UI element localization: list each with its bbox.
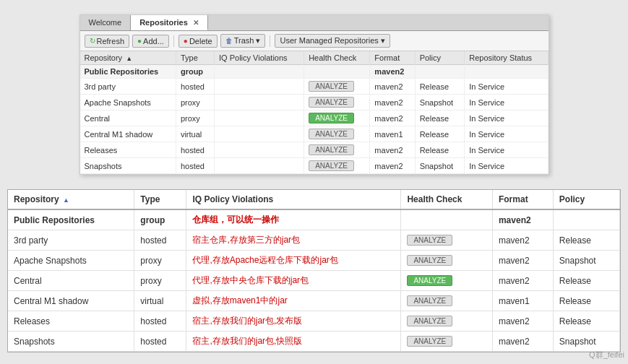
tab-repositories[interactable]: Repositories ✕ xyxy=(131,15,208,30)
cell-policy: Snapshot xyxy=(553,332,619,352)
bottom-table-row[interactable]: Snapshotshosted宿主,存放我们的jar包,快照版ANALYZEma… xyxy=(8,332,620,352)
tab-welcome-label: Welcome xyxy=(89,18,122,27)
top-table-row[interactable]: SnapshotshostedANALYZEmaven2SnapshotIn S… xyxy=(80,158,549,174)
top-table-row[interactable]: 3rd partyhostedANALYZEmaven2ReleaseIn Se… xyxy=(80,79,549,95)
cell-repo-name: Central M1 shadow xyxy=(8,291,134,311)
cell-format: maven2 xyxy=(370,65,415,79)
annotation-text: 宿主,存放我们的jar包,快照版 xyxy=(192,336,302,346)
cell-policy xyxy=(415,65,465,79)
analyze-button[interactable]: ANALYZE xyxy=(309,113,354,124)
col-repository[interactable]: Repository ▲ xyxy=(80,51,176,65)
cell-repo-name: Releases xyxy=(8,311,134,332)
cell-type: hosted xyxy=(176,79,214,95)
analyze-button[interactable]: ANALYZE xyxy=(407,255,452,266)
top-table-row[interactable]: CentralproxyANALYZEmaven2ReleaseIn Servi… xyxy=(80,110,549,126)
cell-repo-name: Releases xyxy=(80,142,176,158)
cell-type: hosted xyxy=(176,142,214,158)
cell-health: ANALYZE xyxy=(304,110,370,126)
trash-label: Trash ▾ xyxy=(234,36,261,46)
cell-iq: 宿主仓库,存放第三方的jar包 xyxy=(186,230,401,251)
separator-1 xyxy=(173,35,174,47)
tab-close-icon[interactable]: ✕ xyxy=(193,19,199,27)
analyze-button[interactable]: ANALYZE xyxy=(309,144,354,155)
bcol-type[interactable]: Type xyxy=(134,190,186,209)
bcol-policy[interactable]: Policy xyxy=(553,190,619,209)
top-table-row[interactable]: ReleaseshostedANALYZEmaven2ReleaseIn Ser… xyxy=(80,142,549,158)
cell-health: ANALYZE xyxy=(304,126,370,142)
col-status[interactable]: Repository Status xyxy=(465,51,548,65)
top-table-row[interactable]: Public Repositoriesgroupmaven2 xyxy=(80,65,549,79)
annotation-text: 代理,存放中央仓库下载的jar包 xyxy=(192,275,309,285)
cell-health: ANALYZE xyxy=(401,230,493,251)
cell-type: virtual xyxy=(134,291,186,311)
cell-policy xyxy=(553,209,619,230)
cell-repo-name: Central xyxy=(8,271,134,291)
col-type[interactable]: Type xyxy=(176,51,214,65)
analyze-button[interactable]: ANALYZE xyxy=(309,81,354,92)
cell-health: ANALYZE xyxy=(401,291,493,311)
bottom-table-row[interactable]: Centralproxy代理,存放中央仓库下载的jar包ANALYZEmaven… xyxy=(8,271,620,291)
bcol-health-check[interactable]: Health Check xyxy=(401,190,493,209)
col-format[interactable]: Format xyxy=(370,51,415,65)
bottom-table-row[interactable]: Central M1 shadowvirtual虚拟,存放maven1中的jar… xyxy=(8,291,620,311)
cell-iq: 虚拟,存放maven1中的jar xyxy=(186,291,401,311)
cell-type: proxy xyxy=(176,95,214,110)
cell-repo-name: Snapshots xyxy=(8,332,134,352)
cell-repo-name: Central M1 shadow xyxy=(80,126,176,142)
add-icon: ● xyxy=(137,37,142,45)
annotation-text: 宿主仓库,存放第三方的jar包 xyxy=(192,235,300,245)
trash-button[interactable]: 🗑 Trash ▾ xyxy=(220,34,266,48)
tab-welcome[interactable]: Welcome xyxy=(80,15,132,30)
analyze-button[interactable]: ANALYZE xyxy=(407,275,452,286)
col-policy[interactable]: Policy xyxy=(415,51,465,65)
bottom-table-row[interactable]: Releaseshosted宿主,存放我们的jar包,发布版ANALYZEmav… xyxy=(8,311,620,332)
cell-type: virtual xyxy=(176,126,214,142)
cell-repo-name: Apache Snapshots xyxy=(80,95,176,110)
analyze-button[interactable]: ANALYZE xyxy=(309,97,354,108)
toolbar: ↻ Refresh ● Add... ● Delete 🗑 Trash ▾ xyxy=(80,31,549,51)
top-panel: Welcome Repositories ✕ ↻ Refresh ● Add..… xyxy=(79,14,549,175)
cell-health: ANALYZE xyxy=(401,271,493,291)
delete-button[interactable]: ● Delete xyxy=(178,35,218,48)
refresh-label: Refresh xyxy=(97,37,125,46)
cell-policy: Release xyxy=(415,79,465,95)
col-health-check[interactable]: Health Check xyxy=(304,51,370,65)
col-iq-policy[interactable]: IQ Policy Violations xyxy=(215,51,304,65)
analyze-button[interactable]: ANALYZE xyxy=(309,129,354,139)
cell-format: maven2 xyxy=(492,251,553,271)
analyze-button[interactable]: ANALYZE xyxy=(407,295,452,306)
bottom-table-row[interactable]: Public Repositoriesgroup仓库组，可以统一操作maven2 xyxy=(8,209,620,230)
cell-policy: Release xyxy=(553,291,619,311)
refresh-button[interactable]: ↻ Refresh xyxy=(85,35,130,48)
bottom-table-row[interactable]: 3rd partyhosted宿主仓库,存放第三方的jar包ANALYZEmav… xyxy=(8,230,620,251)
cell-type: proxy xyxy=(134,271,186,291)
user-managed-button[interactable]: User Managed Repositories ▾ xyxy=(275,34,390,48)
analyze-button[interactable]: ANALYZE xyxy=(407,316,452,326)
analyze-button[interactable]: ANALYZE xyxy=(309,160,354,171)
cell-iq: 代理,存放中央仓库下载的jar包 xyxy=(186,271,401,291)
cell-status: In Service xyxy=(465,126,548,142)
cell-health: ANALYZE xyxy=(401,332,493,352)
bcol-repository[interactable]: Repository ▲ xyxy=(8,190,134,209)
cell-format: maven2 xyxy=(492,209,553,230)
bcol-iq-policy[interactable]: IQ Policy Violations xyxy=(186,190,401,209)
tab-bar: Welcome Repositories ✕ xyxy=(80,15,549,31)
top-table-row[interactable]: Central M1 shadowvirtualANALYZEmaven1Rel… xyxy=(80,126,549,142)
analyze-button[interactable]: ANALYZE xyxy=(407,336,452,347)
top-table-row[interactable]: Apache SnapshotsproxyANALYZEmaven2Snapsh… xyxy=(80,95,549,110)
analyze-button[interactable]: ANALYZE xyxy=(407,235,452,246)
cell-status: In Service xyxy=(465,142,548,158)
bottom-panel: Repository ▲ Type IQ Policy Violations H… xyxy=(7,189,621,352)
cell-health xyxy=(401,209,493,230)
cell-format: maven2 xyxy=(370,79,415,95)
bottom-table-row[interactable]: Apache Snapshotsproxy代理,存放Apache远程仓库下载的j… xyxy=(8,251,620,271)
user-managed-label: User Managed Repositories ▾ xyxy=(280,36,384,46)
cell-format: maven2 xyxy=(370,95,415,110)
bcol-format[interactable]: Format xyxy=(492,190,553,209)
cell-repo-name: Central xyxy=(80,110,176,126)
cell-health: ANALYZE xyxy=(304,158,370,174)
cell-format: maven2 xyxy=(492,271,553,291)
add-button[interactable]: ● Add... xyxy=(132,35,169,48)
cell-type: group xyxy=(176,65,214,79)
cell-format: maven2 xyxy=(370,142,415,158)
